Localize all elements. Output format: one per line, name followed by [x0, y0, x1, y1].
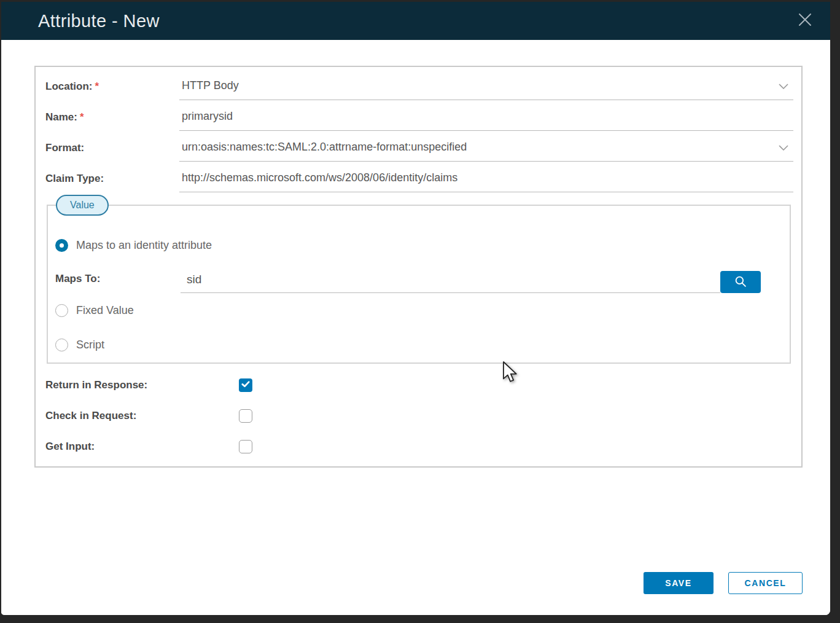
- name-input[interactable]: primarysid: [179, 110, 793, 131]
- radio-unselected-icon[interactable]: [55, 304, 68, 317]
- radio-unselected-icon[interactable]: [55, 339, 68, 351]
- screen: Attribute - New Location:* HTTP Body: [0, 0, 840, 623]
- radio-maps-to-identity-attribute[interactable]: Maps to an identity attribute: [55, 238, 212, 252]
- radio-label: Maps to an identity attribute: [76, 239, 212, 252]
- checkmark-icon: [240, 378, 251, 392]
- save-button[interactable]: SAVE: [644, 572, 714, 594]
- row-check-in-request: Check in Request:: [45, 409, 252, 423]
- maps-to-input[interactable]: sid: [181, 273, 720, 293]
- radio-label: Fixed Value: [76, 304, 134, 317]
- dialog-titlebar: Attribute - New: [1, 2, 830, 40]
- row-return-in-response: Return in Response:: [45, 378, 252, 393]
- get-input-label: Get Input:: [45, 441, 239, 453]
- check-in-request-checkbox[interactable]: [239, 409, 252, 423]
- field-row-location: Location:* HTTP Body: [45, 70, 793, 100]
- field-row-claim-type: Claim Type: http://schemas.microsoft.com…: [45, 162, 793, 192]
- return-in-response-checkbox[interactable]: [239, 378, 252, 392]
- get-input-checkbox[interactable]: [239, 440, 252, 453]
- format-select[interactable]: urn:oasis:names:tc:SAML:2.0:attrname-for…: [179, 141, 793, 162]
- chevron-down-icon[interactable]: [779, 142, 788, 153]
- value-tab[interactable]: Value: [56, 195, 109, 216]
- close-icon: [797, 12, 813, 30]
- claim-type-input[interactable]: http://schemas.microsoft.com/ws/2008/06/…: [179, 171, 793, 192]
- chevron-down-icon[interactable]: [779, 80, 788, 92]
- claim-type-label: Claim Type:: [45, 173, 179, 192]
- dialog-title: Attribute - New: [38, 11, 160, 31]
- search-icon: [733, 273, 749, 291]
- row-get-input: Get Input:: [45, 439, 252, 454]
- close-button[interactable]: [796, 12, 814, 30]
- location-label: Location:*: [45, 80, 179, 100]
- cancel-button[interactable]: CANCEL: [728, 572, 803, 594]
- format-label: Format:: [45, 142, 179, 162]
- radio-selected-icon[interactable]: [55, 239, 68, 252]
- attribute-form-panel: Location:* HTTP Body Name:* primarysid F…: [34, 66, 803, 468]
- location-select[interactable]: HTTP Body: [179, 79, 793, 100]
- search-button[interactable]: [720, 271, 761, 293]
- radio-label: Script: [76, 339, 104, 351]
- value-section: Value Maps to an identity attribute Maps…: [47, 205, 791, 364]
- radio-fixed-value[interactable]: Fixed Value: [55, 304, 134, 317]
- maps-to-row: Maps To: sid: [55, 266, 761, 293]
- required-asterisk: *: [80, 111, 84, 123]
- name-label: Name:*: [45, 111, 179, 131]
- check-in-request-label: Check in Request:: [45, 410, 239, 422]
- maps-to-label: Maps To:: [55, 273, 181, 293]
- field-row-format: Format: urn:oasis:names:tc:SAML:2.0:attr…: [45, 131, 793, 162]
- radio-script[interactable]: Script: [55, 338, 104, 351]
- dialog-content: Location:* HTTP Body Name:* primarysid F…: [1, 40, 830, 615]
- field-row-name: Name:* primarysid: [45, 101, 793, 131]
- return-in-response-label: Return in Response:: [45, 379, 239, 391]
- attribute-dialog: Attribute - New Location:* HTTP Body: [1, 2, 830, 615]
- required-asterisk: *: [95, 80, 99, 92]
